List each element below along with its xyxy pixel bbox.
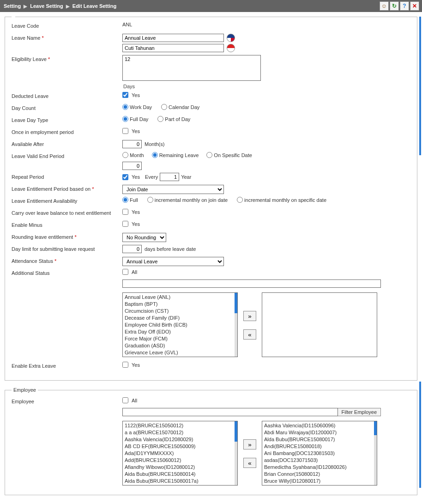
additional-status-label: Additional Status — [12, 269, 122, 276]
list-item[interactable]: Extra Day Off (EDO) — [125, 328, 235, 335]
list-item[interactable]: Circumcision (CST) — [125, 308, 235, 315]
day-count-workday-radio[interactable] — [122, 104, 128, 110]
enable-minus-label: Enable Minus — [12, 221, 122, 228]
list-item[interactable]: Ada(ID1YYMMXXXX) — [125, 450, 235, 457]
filter-employee-button[interactable]: Filter Employee — [338, 408, 381, 416]
list-item[interactable]: Aashka Valencia(ID115060096) — [264, 422, 375, 429]
required-marker: * — [74, 234, 76, 240]
eligibility-input[interactable]: 12 — [122, 55, 261, 81]
breadcrumb-2: Edit Leave Setting — [72, 3, 116, 9]
workday-text: Work Day — [130, 104, 152, 110]
additional-all-checkbox[interactable] — [122, 269, 128, 275]
list-item[interactable]: Andi(BRURCE15080018) — [264, 443, 375, 450]
list-item[interactable]: Bernedictha Syahbana(ID12080026) — [264, 464, 375, 471]
day-limit-label: Day limit for submitting leave request — [12, 245, 122, 252]
list-item[interactable]: Ani Bambang(DOC123081503) — [264, 450, 375, 457]
status-list-left[interactable]: Annual Leave (ANL)Baptism (BPT)Circumcis… — [122, 292, 238, 357]
employee-list-right[interactable]: Aashka Valencia(ID115060096)Abdi Maru Wi… — [262, 421, 377, 486]
enable-minus-checkbox[interactable] — [122, 221, 128, 227]
carry-over-checkbox[interactable] — [122, 209, 128, 215]
required-marker: * — [92, 186, 94, 192]
yes-text: Yes — [132, 221, 140, 227]
enable-extra-checkbox[interactable] — [122, 362, 128, 368]
list-item[interactable]: Afiandhy Wibowo(ID12080012) — [125, 464, 235, 471]
valid-end-remaining-radio[interactable] — [152, 152, 158, 158]
list-item[interactable]: a a a(BRURCE15070012) — [125, 429, 235, 436]
entitlement-period-select[interactable]: Join Date — [122, 185, 224, 194]
valid-end-month-radio[interactable] — [122, 152, 128, 158]
list-item[interactable]: Hospitalization (HOS) — [125, 356, 235, 357]
attendance-status-select[interactable]: Annual Leave — [122, 257, 224, 266]
additional-status-search[interactable] — [122, 279, 381, 288]
avail-incjoin-radio[interactable] — [147, 197, 153, 203]
full-day-radio[interactable] — [122, 116, 128, 122]
list-item[interactable]: Graduation (ASD) — [125, 342, 235, 349]
list-item[interactable]: Force Major (FCM) — [125, 335, 235, 342]
breadcrumb-1[interactable]: Leave Setting — [30, 3, 63, 9]
list-item[interactable]: Baptism (BPT) — [125, 301, 235, 308]
list-item[interactable]: 1122(BRURCE15050012) — [125, 422, 235, 429]
leave-code-label: Leave Code — [12, 22, 122, 29]
part-day-text: Part of Day — [165, 116, 190, 122]
list-item[interactable]: Aida Bubu(BRURCE15080017a) — [125, 478, 235, 485]
part-day-radio[interactable] — [157, 116, 163, 122]
close-icon[interactable]: ✕ — [410, 1, 419, 11]
repeat-every-input[interactable] — [160, 173, 179, 181]
leave-name-en-input[interactable] — [122, 34, 224, 42]
rounding-select[interactable]: No Rounding — [122, 233, 166, 242]
list-item[interactable]: Aida Bubu(BRURCE15080014) — [125, 471, 235, 478]
year-text: Year — [181, 174, 191, 180]
employee-filter-input[interactable] — [122, 408, 338, 416]
leave-name-label: Leave Name — [12, 35, 40, 41]
list-item[interactable]: asdas(DOC123071503) — [264, 457, 375, 464]
once-emp-checkbox[interactable] — [122, 128, 128, 134]
help-icon[interactable]: ? — [400, 1, 409, 11]
move-left-button[interactable]: « — [243, 329, 256, 340]
list-item[interactable]: Alda Bubu(BRURCE15080017) — [264, 436, 375, 443]
status-list-right[interactable] — [262, 292, 377, 357]
once-emp-label: Once in employment period — [12, 128, 122, 135]
repeat-period-checkbox[interactable] — [122, 174, 128, 180]
list-item[interactable]: Bruce Willy(ID12080017) — [264, 478, 375, 485]
scrollbar[interactable] — [419, 382, 421, 488]
day-limit-input[interactable] — [122, 245, 142, 253]
list-item[interactable]: Annual Leave (ANL) — [125, 294, 235, 301]
scrollbar[interactable] — [419, 17, 421, 155]
chevron-right-icon: ▶ — [24, 4, 27, 9]
profile-icon[interactable]: ☺ — [380, 1, 389, 11]
list-item[interactable]: Employee Child Birth (ECB) — [125, 322, 235, 328]
day-count-calendar-radio[interactable] — [161, 104, 167, 110]
required-marker: * — [54, 258, 56, 264]
move-right-button[interactable]: » — [243, 311, 256, 321]
remaining-text: Remaining Leave — [159, 152, 199, 158]
employee-all-checkbox[interactable] — [122, 397, 128, 403]
list-item[interactable]: brurce decker(ID115060092) — [264, 485, 375, 486]
available-after-label: Available After — [12, 140, 122, 147]
leave-name-id-input[interactable] — [122, 44, 224, 52]
available-after-input[interactable] — [122, 140, 142, 148]
list-item[interactable]: Aashka Valencia(ID12080029) — [125, 436, 235, 443]
list-item[interactable]: Decease of Family (DIF) — [125, 315, 235, 322]
yes-text: Yes — [132, 128, 140, 134]
deducted-leave-checkbox[interactable] — [122, 92, 128, 98]
list-item[interactable]: Grievance Leave (GVL) — [125, 349, 235, 356]
enable-extra-label: Enable Extra Leave — [12, 362, 122, 369]
avail-full-radio[interactable] — [122, 197, 128, 203]
move-right-button[interactable]: » — [243, 439, 256, 449]
valid-end-num-input[interactable] — [122, 162, 142, 170]
move-left-button[interactable]: « — [243, 458, 256, 468]
refresh-icon[interactable]: ↻ — [390, 1, 399, 11]
employee-list-left[interactable]: 1122(BRURCE15050012)a a a(BRURCE15070012… — [122, 421, 238, 486]
valid-end-specific-radio[interactable] — [206, 152, 212, 158]
list-item[interactable]: Abdi Maru Wirajaya(ID1200007) — [264, 429, 375, 436]
list-item[interactable]: Add(BRURCE15060012) — [125, 457, 235, 464]
deducted-leave-label: Deducted Leave — [12, 92, 122, 99]
flag-id-icon — [227, 44, 235, 52]
list-item[interactable]: AB CD EF(BRURCE15050009) — [125, 443, 235, 450]
avail-incspec-radio[interactable] — [237, 197, 243, 203]
breadcrumb-0[interactable]: Setting — [4, 3, 21, 9]
leave-settings-group: Leave Code ANL Leave Name * Eligibility … — [5, 17, 417, 381]
leave-code-value: ANL — [122, 22, 132, 27]
list-item[interactable]: Amri Winarto(042015000077) — [125, 485, 235, 486]
list-item[interactable]: Brian Connor(15080012) — [264, 471, 375, 478]
